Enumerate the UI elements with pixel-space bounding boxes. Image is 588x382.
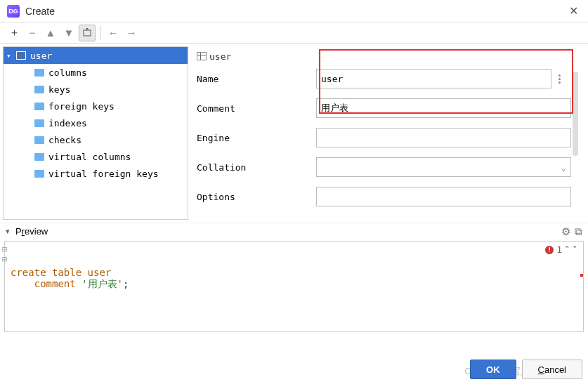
down-button[interactable]: ▼ [60,25,77,41]
titlebar: DG Create ✕ [0,0,588,22]
tree-item-virtual-columns[interactable]: virtual columns [4,148,188,165]
tree-pane: ▾ user columnskeysforeign keysindexesche… [3,46,188,220]
tree-item-virtual-foreign-keys[interactable]: virtual foreign keys [4,165,188,182]
label-name: Name [197,74,316,84]
name-input[interactable] [316,69,551,88]
back-button[interactable]: ← [105,25,122,41]
tree-item-label: virtual foreign keys [48,169,159,179]
main-split: ▾ user columnskeysforeign keysindexesche… [0,44,588,223]
form: Name Comment Engine Collation ⌄ Options [197,69,571,206]
next-error-icon[interactable]: ˅ [573,244,577,255]
svg-rect-0 [84,30,91,36]
folder-icon [34,153,44,161]
scrollbar[interactable] [573,72,578,156]
tree-item-label: foreign keys [48,101,115,112]
app-icon: DG [7,5,20,18]
folder-icon [34,69,44,77]
collation-select[interactable]: ⌄ [316,157,571,177]
tab-label: user [209,51,231,62]
label-options: Options [197,192,316,202]
label-comment: Comment [197,103,316,114]
toolbar: ＋ − ▲ ▼ ← → [0,22,588,44]
sql-editor[interactable]: ⊟⊟ create table user comment '用户表'; ! 1 … [4,241,584,332]
close-icon[interactable]: ✕ [566,4,581,18]
folder-icon [34,136,44,144]
tree-item-label: indexes [48,118,87,129]
tree-item-keys[interactable]: keys [4,81,188,98]
add-button[interactable]: ＋ [6,25,22,41]
chevron-down-icon[interactable]: ▾ [6,227,15,236]
chevron-down-icon: ⌄ [561,162,566,173]
folder-icon [34,170,44,178]
chevron-down-icon[interactable]: ▾ [6,51,16,60]
options-input[interactable] [316,187,571,206]
folder-icon [34,119,44,127]
tree-root-label: user [30,51,52,61]
label-engine: Engine [197,133,316,143]
up-button[interactable]: ▲ [42,25,59,41]
folder-icon [34,86,44,93]
separator [100,26,100,40]
remove-button[interactable]: − [24,25,41,41]
gutter-collapse-icon[interactable]: ⊟⊟ [2,244,7,264]
tree-item-columns[interactable]: columns [4,64,188,81]
error-count: 1 [556,244,562,255]
error-indicator[interactable]: ! 1 ˄ ˅ [545,244,577,255]
footer: OK Cancel [470,360,582,379]
tree-root-user[interactable]: ▾ user [4,47,188,64]
cancel-button[interactable]: Cancel [522,360,582,379]
kebab-icon[interactable] [551,70,567,87]
expand-button[interactable] [79,25,96,41]
gear-icon[interactable]: ⚙ [561,225,570,238]
ok-button[interactable]: OK [470,360,516,379]
tab-header: user [197,48,571,65]
tree-item-indexes[interactable]: indexes [4,114,188,131]
popout-icon[interactable]: ⧉ [575,225,582,238]
preview-label[interactable]: Preview [15,226,48,237]
label-collation: Collation [197,162,316,173]
tree-item-foreign-keys[interactable]: foreign keys [4,98,188,114]
comment-input[interactable] [316,98,571,118]
tree-item-label: checks [48,135,81,145]
form-pane: user Name Comment Engine Collation ⌄ Opt… [191,44,588,223]
tree-item-label: keys [48,84,70,95]
prev-error-icon[interactable]: ˄ [565,244,570,255]
preview-header: ▾ Preview ⚙ ⧉ [0,223,588,239]
table-icon [197,52,207,60]
window-title: Create [25,6,566,17]
engine-input[interactable] [316,128,571,147]
error-stripe[interactable] [580,274,583,277]
tree-item-label: virtual columns [48,152,131,162]
forward-button[interactable]: → [123,25,140,41]
folder-icon [34,103,44,110]
error-icon: ! [545,246,554,254]
table-icon [16,51,26,60]
tree-item-checks[interactable]: checks [4,131,188,148]
tree-item-label: columns [48,67,87,78]
